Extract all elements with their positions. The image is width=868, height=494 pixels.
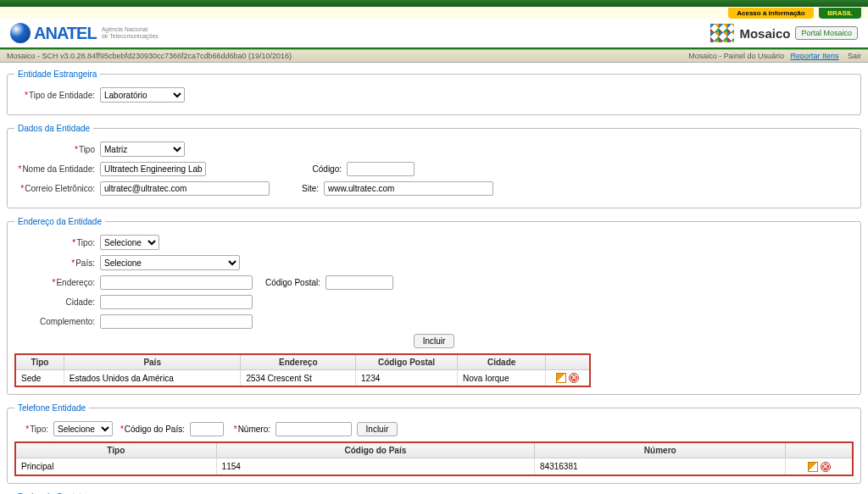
- select-tipo-entidade[interactable]: Laboratório: [100, 87, 185, 103]
- legend-endereco: Endereço da Entidade: [14, 217, 105, 226]
- label-correio: Correio Eletrônico:: [14, 184, 95, 193]
- anatel-logo-icon: [10, 23, 31, 43]
- input-correio[interactable]: [100, 181, 270, 196]
- legend-estrangeira: Entidade Estrangeira: [14, 69, 100, 79]
- label-tipo-entidade: Tipo de Entidade:: [14, 91, 95, 100]
- acesso-info-link[interactable]: Acesso à informação: [728, 8, 813, 19]
- select-end-pais[interactable]: Selecione: [100, 255, 240, 270]
- edit-icon[interactable]: [808, 462, 818, 472]
- info-bar: Acesso à informação BRASIL: [0, 7, 868, 19]
- table-row: Principal 1154 84316381: [15, 458, 853, 475]
- input-site[interactable]: [324, 181, 493, 196]
- label-nome-entidade: Nome da Entidade:: [14, 164, 95, 174]
- th-actions: [546, 354, 590, 370]
- fieldset-entidade-estrangeira: Entidade Estrangeira Tipo de Entidade: L…: [7, 69, 861, 115]
- delete-icon[interactable]: [569, 373, 579, 383]
- label-end-tipo: Tipo:: [14, 238, 95, 247]
- legend-telefone: Telefone Entidade: [14, 403, 89, 413]
- fieldset-dados-entidade: Dados da Entidade Tipo Matriz Nome da En…: [7, 124, 861, 208]
- fieldset-endereco: Endereço da Entidade Tipo: Selecione Paí…: [7, 217, 861, 395]
- label-codigo-postal: Código Postal:: [253, 278, 320, 287]
- input-codigo-postal[interactable]: [326, 275, 393, 290]
- label-tipo: Tipo: [14, 145, 95, 154]
- label-end-endereco: Endereço:: [14, 278, 95, 287]
- label-complemento: Complemento:: [14, 317, 95, 326]
- th-tel-tipo: Tipo: [15, 442, 216, 458]
- th-tel-cod: Código do País: [216, 442, 534, 458]
- th-pais: País: [64, 354, 241, 370]
- brasil-link[interactable]: BRASIL: [819, 8, 861, 19]
- input-tel-numero[interactable]: [275, 422, 352, 436]
- incluir-endereco-button[interactable]: Incluir: [414, 334, 455, 348]
- fieldset-telefone: Telefone Entidade Tipo: Selecione Código…: [7, 403, 861, 483]
- label-codigo: Código:: [291, 164, 342, 174]
- panel-user-text: Mosaico - Painel do Usuário: [688, 52, 784, 60]
- table-enderecos: Tipo País Endereço Código Postal Cidade …: [14, 353, 591, 387]
- mosaico-logo-icon: [710, 24, 734, 42]
- report-link[interactable]: Reportar Itens: [790, 52, 838, 60]
- label-cidade: Cidade:: [14, 297, 95, 307]
- select-end-tipo[interactable]: Selecione: [100, 235, 159, 250]
- th-cidade: Cidade: [458, 354, 546, 370]
- input-tel-codpais[interactable]: [190, 422, 224, 436]
- select-tipo[interactable]: Matriz: [100, 142, 185, 157]
- incluir-telefone-button[interactable]: Incluir: [357, 422, 398, 436]
- input-complemento[interactable]: [100, 314, 253, 329]
- label-tel-tipo: Tipo:: [14, 425, 48, 434]
- table-telefones: Tipo Código do País Número Principal 115…: [14, 441, 854, 475]
- th-endereco: Endereço: [241, 354, 356, 370]
- sair-link[interactable]: Sair: [848, 52, 861, 60]
- th-cp: Código Postal: [356, 354, 458, 370]
- version-string: Mosaico - SCH v3.0.28.84ff95cbebfd230930…: [7, 52, 292, 60]
- anatel-subtitle: Agência Nacionalde Telecomunicações: [102, 26, 159, 39]
- label-tel-codpais: Código do País:: [113, 425, 185, 434]
- th-tel-actions: [786, 442, 853, 458]
- input-cidade[interactable]: [100, 295, 253, 309]
- delete-icon[interactable]: [821, 462, 831, 472]
- portal-mosaico-button[interactable]: Portal Mosaico: [795, 26, 858, 40]
- select-tel-tipo[interactable]: Selecione: [53, 421, 113, 436]
- input-nome-entidade[interactable]: [100, 162, 206, 176]
- label-end-pais: País:: [14, 258, 95, 268]
- anatel-logo-text: ANATEL: [34, 24, 97, 43]
- edit-icon[interactable]: [556, 373, 566, 383]
- table-row: Sede Estados Unidos da América 2534 Cres…: [15, 370, 590, 387]
- input-end-endereco[interactable]: [100, 275, 253, 290]
- th-tipo: Tipo: [15, 354, 64, 370]
- th-tel-num: Número: [535, 442, 786, 458]
- mosaico-text: Mosaico: [739, 26, 790, 41]
- version-bar: Mosaico - SCH v3.0.28.84ff95cbebfd230930…: [0, 49, 868, 63]
- label-site: Site:: [285, 184, 319, 193]
- input-codigo[interactable]: [347, 162, 415, 176]
- legend-dados-entidade: Dados da Entidade: [14, 124, 93, 133]
- label-tel-numero: Número:: [224, 425, 270, 434]
